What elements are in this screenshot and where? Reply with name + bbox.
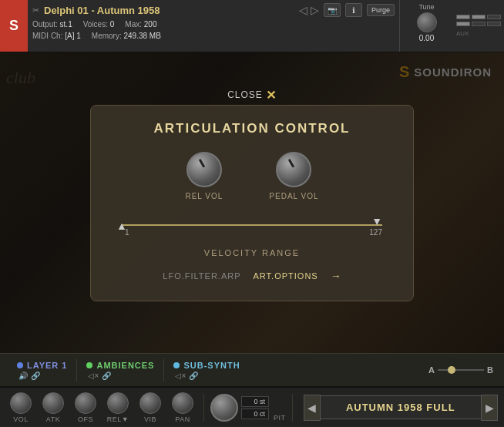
next-preset-button[interactable]: ▶ [481, 395, 498, 421]
modal-overlay: CLOSE ✕ ARTICULATION CONTROL REL VOL PED… [0, 52, 504, 353]
tab-lfo-filter-arp[interactable]: LFO.FILTER.ARP [163, 271, 240, 281]
velocity-section: ▲ ▼ 1 127 VELOCITY RANGE [114, 216, 390, 257]
vib-knob[interactable] [139, 392, 161, 414]
logo: S [0, 0, 28, 52]
ofs-knob[interactable] [75, 392, 96, 414]
layer1-item[interactable]: LAYER 1 🔊 🔗 [8, 358, 76, 383]
voices-val: 0 [110, 20, 115, 29]
bar-seg [487, 22, 501, 26]
subsynth-item[interactable]: SUB-SYNTH ◁× 🔗 [164, 358, 249, 383]
pit-group: 0 st 0 ct PIT [210, 394, 286, 422]
bottom-controls: VOL ATK OFS REL▼ VIB PAN 0 st 0 ct PIT ◀… [0, 387, 504, 427]
ambiences-name: AMBIENCES [96, 361, 154, 370]
velocity-label: VELOCITY RANGE [122, 248, 382, 257]
pedal-vol-knob[interactable] [276, 152, 311, 187]
xfade-section: A B [428, 364, 496, 376]
ambiences-link-icon[interactable]: 🔗 [102, 372, 111, 380]
top-bar: S ✂ Delphi 01 - Autumn 1958 ◁ ▷ 📷 ℹ Purg… [0, 0, 504, 52]
ofs-group: OFS [71, 392, 100, 423]
vib-label: VIB [144, 415, 156, 423]
output-label: Output: st.1 [32, 20, 72, 29]
ambiences-controls: ◁× 🔗 [86, 372, 111, 380]
vol-knob[interactable] [10, 392, 32, 414]
nav-arrows[interactable]: ◁ ▷ [299, 4, 319, 16]
xfade-b-label: B [487, 365, 493, 375]
velocity-max: 127 [369, 228, 382, 237]
info-icon-btn[interactable]: ℹ [345, 3, 362, 17]
logo-letter: S [9, 18, 18, 34]
layer1-controls: 🔊 🔗 [17, 372, 40, 380]
tune-val: 0.00 [419, 34, 434, 42]
tune-knob[interactable] [417, 12, 437, 32]
tune-label: Tune [418, 3, 434, 11]
ambiences-top: AMBIENCES [86, 361, 154, 370]
xfade-a-label: A [428, 365, 435, 375]
layer1-top: LAYER 1 [17, 361, 67, 370]
vol-label: VOL [13, 415, 29, 423]
ambiences-dot [86, 362, 92, 368]
top-icons: 📷 ℹ [324, 3, 362, 17]
output-val: st.1 [60, 20, 72, 29]
rel-vol-knob[interactable] [186, 152, 222, 187]
preset-nav: ◀ AUTUMN 1958 FULL ▶ [304, 395, 498, 421]
top-bar-row3: MIDI Ch: [A] 1 Memory: 249.38 MB [28, 30, 399, 42]
pitch-semitone: 0 st [241, 396, 269, 407]
articulation-modal: ARTICULATION CONTROL REL VOL PEDAL VOL [90, 105, 414, 301]
atk-group: ATK [39, 392, 68, 423]
purge-button[interactable]: Purge [367, 4, 395, 16]
knobs-row: REL VOL PEDAL VOL [114, 152, 390, 200]
rel-knob[interactable] [107, 392, 129, 414]
memory-val: 249.38 MB [124, 32, 161, 40]
memory-label: Memory: 249.38 MB [92, 32, 161, 40]
vol-group: VOL [6, 392, 35, 423]
camera-icon-btn[interactable]: 📷 [324, 3, 341, 17]
subsynth-name: SUB-SYNTH [183, 361, 240, 370]
rel-group: REL▼ [103, 392, 133, 423]
pitch-values: 0 st 0 ct [241, 396, 269, 419]
top-bar-row1: ✂ Delphi 01 - Autumn 1958 ◁ ▷ 📷 ℹ Purge [28, 0, 399, 18]
layer1-name: LAYER 1 [27, 361, 67, 370]
subsynth-link-icon[interactable]: 🔗 [189, 372, 198, 380]
xfade-slider[interactable] [438, 364, 484, 376]
layer1-speaker-icon[interactable]: 🔊 [18, 372, 28, 380]
vib-group: VIB [136, 392, 165, 423]
velocity-track[interactable]: ▲ ▼ 1 127 [122, 216, 382, 234]
main-area: club S SOUNDIRON CLOSE ✕ ARTICULATION CO… [0, 52, 504, 353]
rel-vol-label: REL VOL [185, 192, 223, 200]
pan-knob[interactable] [172, 392, 193, 414]
top-bar-main: ✂ Delphi 01 - Autumn 1958 ◁ ▷ 📷 ℹ Purge … [28, 0, 399, 52]
layer1-dot [17, 362, 23, 368]
pan-group: PAN [168, 392, 197, 423]
modal-container: CLOSE ✕ ARTICULATION CONTROL REL VOL PED… [90, 105, 414, 301]
modal-close-button[interactable]: CLOSE ✕ [227, 88, 277, 103]
midi-val: [A] 1 [65, 32, 81, 40]
pedal-vol-label: PEDAL VOL [269, 192, 318, 200]
ambiences-mute-icon[interactable]: ◁× [88, 372, 99, 380]
rel-vol-group: REL VOL [185, 152, 223, 200]
modal-tabs: LFO.FILTER.ARP ART.OPTIONS → [114, 270, 390, 282]
ofs-label: OFS [78, 415, 93, 423]
close-x-icon: ✕ [266, 88, 277, 103]
pit-label: PIT [274, 414, 286, 422]
tab-arrow-icon: → [331, 270, 341, 282]
bar-seg [472, 22, 486, 26]
bar-seg [472, 15, 486, 19]
ambiences-item[interactable]: AMBIENCES ◁× 🔗 [77, 358, 163, 383]
atk-knob[interactable] [42, 392, 64, 414]
preset-name: AUTUMN 1958 FULL [321, 395, 481, 419]
bar-seg [487, 15, 501, 19]
bottom-separator [203, 394, 204, 422]
layer1-link-icon[interactable]: 🔗 [31, 372, 40, 380]
xfade-thumb[interactable] [448, 366, 455, 374]
modal-title: ARTICULATION CONTROL [114, 121, 390, 136]
bar-seg [456, 22, 470, 26]
xfade-line [438, 369, 484, 371]
tune-section: Tune 0.00 [399, 0, 453, 52]
velocity-min: 1 [125, 228, 129, 237]
pit-knob[interactable] [210, 394, 238, 422]
pitch-cent: 0 ct [241, 409, 269, 419]
prev-preset-button[interactable]: ◀ [304, 395, 321, 421]
tab-art-options[interactable]: ART.OPTIONS [254, 271, 318, 281]
subsynth-mute-icon[interactable]: ◁× [175, 372, 186, 380]
max-val: 200 [144, 20, 157, 29]
